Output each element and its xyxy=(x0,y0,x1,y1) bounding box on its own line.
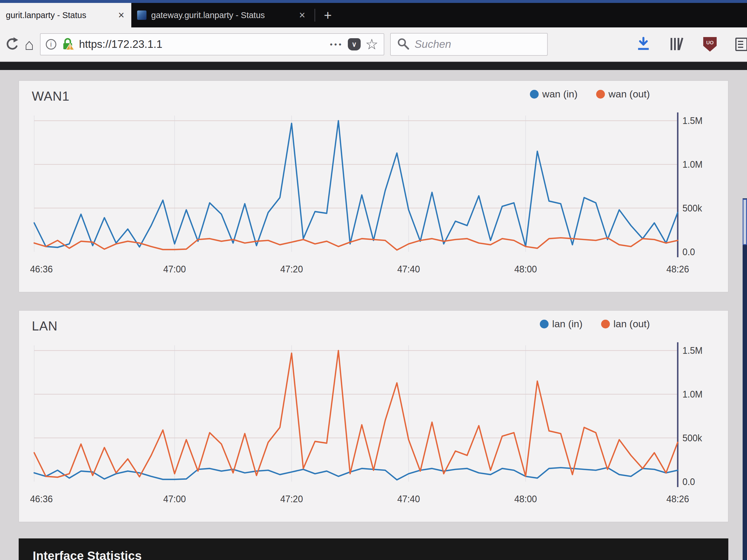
search-icon xyxy=(397,37,409,51)
downloads-icon[interactable] xyxy=(636,36,651,53)
legend-label: lan (out) xyxy=(613,318,650,329)
tab-gateway-gurit-lanparty[interactable]: gateway.gurit.lanparty - Status × xyxy=(131,3,312,27)
lock-warning-icon[interactable] xyxy=(61,37,74,52)
series-line-wan-out- xyxy=(34,238,678,250)
lan-out-dot-icon xyxy=(601,320,610,328)
url-text[interactable]: https://172.23.1.1 xyxy=(79,38,325,50)
x-tick-label: 48:26 xyxy=(667,264,689,274)
tab-separator xyxy=(314,9,315,22)
scrollbar-track[interactable] xyxy=(743,198,747,560)
lan-traffic-chart: 0.0500k1.0M1.5M46:3647:0047:2047:4048:00… xyxy=(23,339,724,509)
page-content: WAN1 wan (in) wan (out) 0.0500k1.0M1.5M4… xyxy=(0,70,747,560)
legend-label: wan (in) xyxy=(542,88,577,100)
lan-legend: lan (in) lan (out) xyxy=(540,318,650,329)
library-icon[interactable] xyxy=(669,37,685,52)
tab-favicon xyxy=(137,10,147,20)
tab-gurit-lanparty[interactable]: gurit.lanparty - Status × xyxy=(0,3,131,27)
series-line-wan-in- xyxy=(34,121,678,247)
legend-item-lan-out[interactable]: lan (out) xyxy=(601,318,650,329)
y-tick-label: 1.5M xyxy=(682,115,703,126)
page-actions-icon[interactable]: ••• xyxy=(330,40,343,49)
x-tick-label: 47:40 xyxy=(397,494,420,504)
x-tick-label: 47:00 xyxy=(163,264,186,274)
tab-title: gateway.gurit.lanparty - Status xyxy=(151,10,293,20)
legend-label: wan (out) xyxy=(609,88,650,100)
close-icon[interactable]: × xyxy=(298,9,306,21)
page-info-icon[interactable]: i xyxy=(46,39,56,50)
x-tick-label: 48:26 xyxy=(667,494,689,504)
wan1-legend: wan (in) wan (out) xyxy=(530,88,650,100)
pocket-icon[interactable]: ∨ xyxy=(348,38,361,50)
x-tick-label: 48:00 xyxy=(514,264,537,274)
toolbar-right-icons: UO xyxy=(636,36,747,53)
x-tick-label: 46:36 xyxy=(30,494,53,504)
search-box[interactable]: Suchen xyxy=(390,33,548,56)
close-icon[interactable]: × xyxy=(117,9,126,21)
search-input[interactable]: Suchen xyxy=(415,38,452,50)
window-top-edge xyxy=(0,0,747,3)
y-tick-label: 1.0M xyxy=(682,389,703,400)
x-tick-label: 47:40 xyxy=(397,264,420,274)
x-tick-label: 47:20 xyxy=(280,264,303,274)
url-bar[interactable]: i https://172.23.1.1 ••• ∨ ☆ xyxy=(40,33,384,55)
site-navbar-strip xyxy=(0,62,747,70)
wan1-traffic-panel: WAN1 wan (in) wan (out) 0.0500k1.0M1.5M4… xyxy=(19,80,728,292)
wan-in-dot-icon xyxy=(530,90,539,99)
series-line-lan-in- xyxy=(34,468,678,480)
panel-title-wan1: WAN1 xyxy=(32,89,70,104)
wan-out-dot-icon xyxy=(596,90,605,99)
ublock-shield-icon[interactable]: UO xyxy=(703,37,717,52)
reload-icon[interactable] xyxy=(5,37,19,52)
y-tick-label: 500k xyxy=(682,432,702,443)
x-tick-label: 47:20 xyxy=(280,494,303,504)
legend-item-wan-in[interactable]: wan (in) xyxy=(530,88,577,100)
x-tick-label: 46:36 xyxy=(30,264,53,274)
navigation-toolbar: ⌂ i https://172.23.1.1 ••• ∨ ☆ Suchen xyxy=(0,27,747,62)
legend-label: lan (in) xyxy=(552,318,583,329)
x-tick-label: 48:00 xyxy=(514,494,537,504)
panel-title-lan: LAN xyxy=(32,319,58,334)
home-icon[interactable]: ⌂ xyxy=(25,36,34,52)
y-tick-label: 1.5M xyxy=(682,345,703,356)
sidebar-toggle-icon[interactable] xyxy=(735,37,747,51)
y-tick-label: 0.0 xyxy=(682,476,695,487)
scrollbar-thumb[interactable] xyxy=(743,199,747,245)
x-tick-label: 47:00 xyxy=(163,494,186,504)
y-tick-label: 1.0M xyxy=(682,159,703,170)
series-line-lan-out- xyxy=(34,351,678,477)
y-tick-label: 0.0 xyxy=(682,246,695,257)
interface-statistics-header: Interface Statistics xyxy=(19,538,728,560)
legend-item-wan-out[interactable]: wan (out) xyxy=(596,88,650,100)
tab-bar: gurit.lanparty - Status × gateway.gurit.… xyxy=(0,3,747,27)
tab-title: gurit.lanparty - Status xyxy=(6,10,112,20)
y-tick-label: 500k xyxy=(682,203,702,213)
lan-in-dot-icon xyxy=(540,320,548,328)
legend-item-lan-in[interactable]: lan (in) xyxy=(540,318,583,329)
lan-traffic-panel: LAN lan (in) lan (out) 0.0500k1.0M1.5M46… xyxy=(19,310,728,522)
wan1-traffic-chart: 0.0500k1.0M1.5M46:3647:0047:2047:4048:00… xyxy=(23,109,724,279)
bookmark-star-icon[interactable]: ☆ xyxy=(365,36,379,53)
new-tab-button[interactable]: + xyxy=(317,7,338,23)
